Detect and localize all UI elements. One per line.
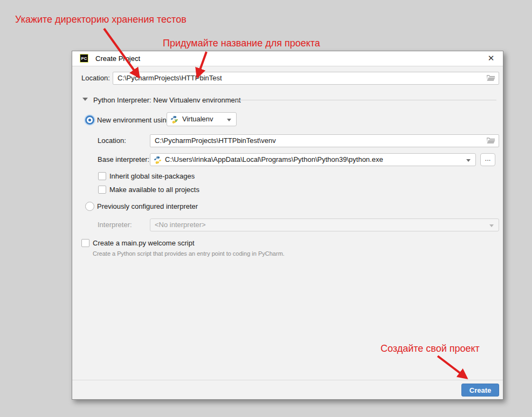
interpreter-label: Interpreter: — [98, 218, 132, 231]
environment-type-dropdown[interactable]: v Virtualenv — [167, 112, 237, 126]
title-bar: PC Create Project ✕ — [72, 51, 503, 66]
section-collapse-icon[interactable] — [82, 98, 88, 101]
annotation-project-name-hint: Придумайте название для проекта — [163, 37, 320, 49]
create-button[interactable]: Create — [461, 384, 499, 397]
inherit-site-packages-checkbox[interactable] — [98, 172, 106, 180]
interpreter-section-header[interactable]: Python Interpreter: New Virtualenv envir… — [93, 96, 241, 104]
chevron-down-icon — [466, 159, 471, 162]
interpreter-dropdown: <No interpreter> — [150, 218, 499, 231]
base-interpreter-label: Base interpreter: — [98, 153, 149, 166]
button-bar-divider — [72, 380, 503, 380]
new-environment-radio[interactable] — [85, 115, 94, 125]
folder-browse-icon[interactable] — [486, 136, 495, 145]
python-icon — [154, 156, 162, 164]
annotation-location-hint: Укажите директорию хранения тестов — [15, 13, 186, 25]
previously-configured-label: Previously configured interpreter — [97, 202, 198, 211]
venv-location-input[interactable]: C:\PycharmProjects\HTTPbinTest\venv — [150, 134, 499, 147]
make-available-label: Make available to all projects — [109, 186, 199, 194]
interpreter-value: <No interpreter> — [155, 221, 206, 229]
welcome-script-label: Create a main.py welcome script — [93, 239, 195, 248]
base-interpreter-dropdown[interactable]: C:\Users\Irinka\AppData\Local\Programs\P… — [150, 153, 476, 166]
new-environment-radio-label: New environment using — [97, 116, 170, 125]
chevron-down-icon — [227, 119, 231, 121]
previously-configured-radio[interactable] — [85, 202, 94, 211]
folder-browse-icon[interactable] — [486, 74, 495, 82]
make-available-checkbox[interactable] — [98, 186, 106, 194]
window-title: Create Project — [95, 54, 140, 63]
venv-location-label: Location: — [98, 134, 126, 147]
pycharm-app-icon: PC — [80, 54, 88, 63]
annotation-create-hint: Создайте свой проект — [381, 343, 480, 354]
base-interpreter-value: C:\Users\Irinka\AppData\Local\Programs\P… — [165, 155, 383, 163]
virtualenv-v-badge: v — [175, 118, 177, 123]
welcome-script-checkbox[interactable] — [81, 239, 89, 247]
chevron-down-icon — [489, 224, 494, 227]
welcome-script-description: Create a Python script that provides an … — [93, 250, 285, 257]
location-label: Location: — [81, 72, 110, 85]
close-icon[interactable]: ✕ — [485, 52, 498, 64]
project-location-input[interactable]: C:\PycharmProjects\HTTPbinTest — [113, 72, 499, 85]
inherit-site-packages-label: Inherit global site-packages — [109, 172, 195, 181]
section-divider — [235, 100, 496, 100]
project-location-value: C:\PycharmProjects\HTTPbinTest — [118, 74, 222, 82]
venv-location-value: C:\PycharmProjects\HTTPbinTest\venv — [155, 136, 276, 145]
base-interpreter-browse-button[interactable]: ... — [480, 153, 495, 166]
